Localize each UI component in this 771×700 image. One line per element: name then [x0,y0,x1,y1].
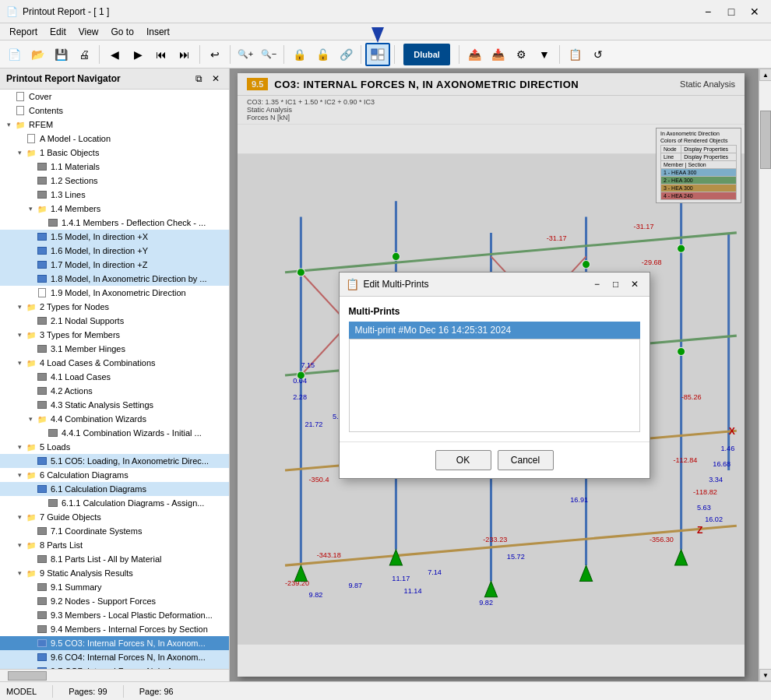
tree-item-4-2[interactable]: 4.2 Actions [0,384,229,398]
tree-item-1-5[interactable]: 1.5 Model, In direction +X [0,230,229,244]
zoom-out-button[interactable]: 🔍− [258,44,280,65]
tree-item-9-3[interactable]: 9.3 Members - Local Plastic Deformation.… [0,608,229,622]
tree-item-9-5[interactable]: 9.5 CO3: Internal Forces N, In Axonom... [0,636,229,650]
dialog-list-area[interactable] [349,339,640,432]
tree-item-9-4[interactable]: 9.4 Members - Internal Forces by Section [0,622,229,636]
lock-button[interactable]: 🔒 [288,44,310,65]
minimize-button[interactable]: − [698,4,718,19]
tree-item-7-1[interactable]: 7.1 Coordinate Systems [0,524,229,538]
first-button[interactable]: ⏮ [150,44,172,65]
back-button[interactable]: ↩ [204,44,226,65]
tree-item-a-model[interactable]: A Model - Location [0,132,229,146]
1-3-icon [36,188,48,201]
tree-item-8[interactable]: ▾ 📁 8 Parts List [0,538,229,552]
3-label: 3 Types for Members [40,330,120,339]
tree-item-cover[interactable]: Cover [0,90,229,104]
close-button[interactable]: ✕ [745,4,765,19]
1-1-label: 1.1 Materials [51,162,100,171]
tree-item-1-8[interactable]: 1.8 Model, In Axonometric Direction by .… [0,272,229,286]
tree-item-4-3[interactable]: 4.3 Static Analysis Settings [0,398,229,412]
1-9-icon [36,287,48,299]
6-1-icon [36,483,48,495]
tree-item-1-2[interactable]: 1.2 Sections [0,174,229,188]
tree-item-8-1[interactable]: 8.1 Parts List - All by Material [0,552,229,566]
link-button[interactable]: 🔗 [335,44,357,65]
dropdown-button[interactable]: ▼ [533,44,555,65]
tree-item-4-1[interactable]: 4.1 Load Cases [0,370,229,384]
refresh-button[interactable]: ↺ [587,44,609,65]
export-button[interactable]: 📤 [463,44,485,65]
tree-item-3-1[interactable]: 3.1 Member Hinges [0,342,229,356]
tree-item-1basic[interactable]: ▾ 📁 1 Basic Objects [0,146,229,160]
tree-item-5-1[interactable]: 5.1 CO5: Loading, In Axonometric Direc..… [0,454,229,468]
scroll-up-button[interactable]: ▲ [759,69,771,81]
dialog-cancel-button[interactable]: Cancel [498,450,554,470]
zoom-in-button[interactable]: 🔍+ [234,44,256,65]
dialog-list-item[interactable]: Multi-print #Mo Dec 16 14:25:31 2024 [349,322,640,339]
tree-item-contents[interactable]: Contents [0,104,229,118]
tree-item-1-4[interactable]: ▾ 📁 1.4 Members [0,202,229,216]
6-1-1-label: 6.1.1 Calculation Diagrams - Assign... [62,498,204,508]
tree-item-5[interactable]: ▾ 📁 5 Loads [0,440,229,454]
8-1-label: 8.1 Parts List - All by Material [51,554,161,564]
dialog-close-button[interactable]: ✕ [626,277,643,291]
dialog-ok-button[interactable]: OK [435,450,491,470]
menu-insert[interactable]: Insert [140,25,176,39]
content-area[interactable]: 9.5 CO3: INTERNAL FORCES N, IN AXONOMETR… [230,69,759,681]
next-button[interactable]: ▶ [127,44,149,65]
tree-item-2[interactable]: ▾ 📁 2 Types for Nodes [0,300,229,314]
menu-view[interactable]: View [72,25,105,39]
1-7-icon [36,259,48,271]
tree-container[interactable]: Cover Contents ▾ 📁 RFEM A Mode [0,90,229,669]
6-label: 6 Calculation Diagrams [40,470,128,480]
tree-item-9[interactable]: ▾ 📁 9 Static Analysis Results [0,566,229,580]
7-1-icon [36,525,48,537]
tree-item-6-1-1[interactable]: 6.1.1 Calculation Diagrams - Assign... [0,496,229,510]
open-button[interactable]: 📂 [26,44,48,65]
navigator-restore-button[interactable]: ⧉ [192,72,206,86]
print-button[interactable]: 🖨 [73,44,95,65]
menu-edit[interactable]: Edit [44,25,72,39]
tree-item-9-6[interactable]: 9.6 CO4: Internal Forces N, In Axonom... [0,650,229,664]
tree-item-6-1[interactable]: 6.1 Calculation Diagrams [0,482,229,496]
tree-item-2-1[interactable]: 2.1 Nodal Supports [0,314,229,328]
scroll-track[interactable] [759,81,771,669]
tree-item-1-6[interactable]: 1.6 Model, In direction +Y [0,244,229,258]
tree-item-4[interactable]: ▾ 📁 4 Load Cases & Combinations [0,356,229,370]
tree-item-1-4-1[interactable]: 1.4.1 Members - Deflection Check - ... [0,216,229,230]
vertical-scrollbar[interactable]: ▲ ▼ [759,69,771,681]
import-button[interactable]: 📥 [487,44,509,65]
new-button[interactable]: 📄 [3,44,25,65]
dialog-maximize-button[interactable]: □ [607,277,625,291]
prev-button[interactable]: ◀ [104,44,125,65]
tree-item-4-4-1[interactable]: 4.4.1 Combination Wizards - Initial ... [0,426,229,440]
save-button[interactable]: 💾 [50,44,72,65]
page-button[interactable]: 📋 [564,44,586,65]
maximize-button[interactable]: □ [721,4,741,19]
tree-item-1-7[interactable]: 1.7 Model, In direction +Z [0,258,229,272]
tree-item-6[interactable]: ▾ 📁 6 Calculation Diagrams [0,468,229,482]
tree-item-4-4[interactable]: ▾ 📁 4.4 Combination Wizards [0,412,229,426]
tree-item-9-1[interactable]: 9.1 Summary [0,580,229,594]
last-button[interactable]: ⏭ [174,44,195,65]
menu-report[interactable]: Report [3,25,44,39]
tree-item-9-2[interactable]: 9.2 Nodes - Support Forces [0,594,229,608]
menu-goto[interactable]: Go to [105,25,140,39]
tree-item-1-9[interactable]: 1.9 Model, In Axonometric Direction [0,286,229,300]
tree-item-1-3[interactable]: 1.3 Lines [0,188,229,202]
multi-print-button[interactable] [365,43,390,66]
tree-item-3[interactable]: ▾ 📁 3 Types for Members [0,328,229,342]
scroll-thumb[interactable] [760,111,771,170]
svg-marker-0 [371,27,384,43]
tree-item-rfem[interactable]: ▾ 📁 RFEM [0,118,229,132]
navigator-close-button[interactable]: ✕ [209,72,223,86]
unlock-button[interactable]: 🔓 [312,44,333,65]
9-1-label: 9.1 Summary [51,582,101,592]
scroll-down-button[interactable]: ▼ [759,669,771,681]
tree-item-7[interactable]: ▾ 📁 7 Guide Objects [0,510,229,524]
settings-button[interactable]: ⚙ [510,44,532,65]
9-5-icon [36,637,48,649]
rfem-expand: ▾ [3,119,14,130]
tree-item-1-1[interactable]: 1.1 Materials [0,160,229,174]
dialog-minimize-button[interactable]: − [589,277,606,291]
